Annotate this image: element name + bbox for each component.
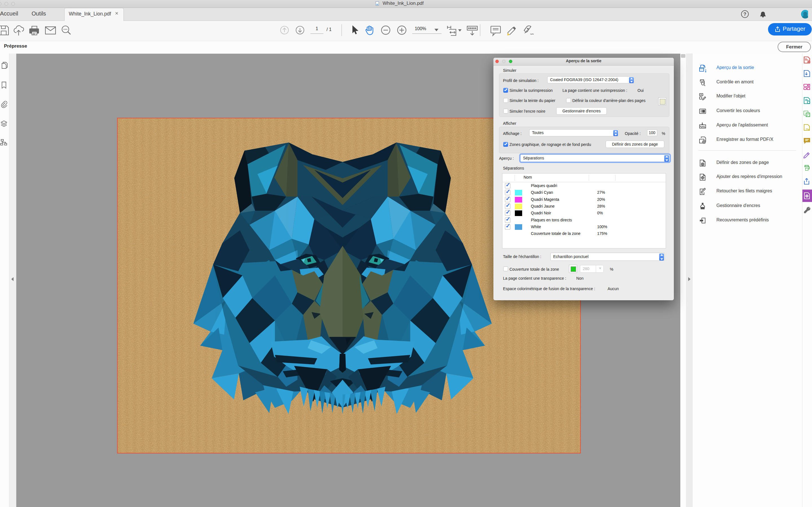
svg-text:?: ? xyxy=(744,11,746,17)
